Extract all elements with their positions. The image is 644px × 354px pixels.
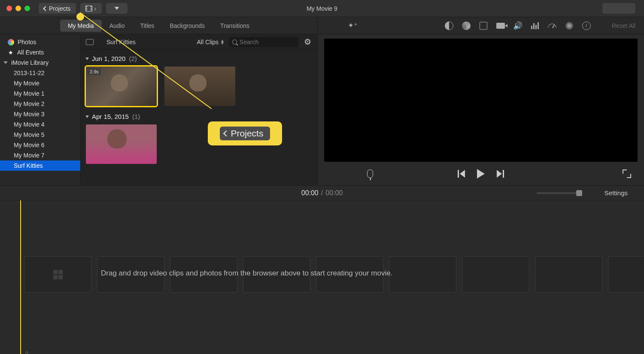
current-time: 00:00 [301,189,319,197]
tab-transitions[interactable]: Transitions [213,20,257,32]
clip-filter-dropdown[interactable]: All Clips ▲▼ [197,39,225,45]
clips-list[interactable]: Jun 1, 2020 (2) 2.9s [81,50,317,185]
clip-slot[interactable] [535,256,602,293]
sidebar-event[interactable]: My Movie [0,78,80,88]
gear-icon[interactable]: ⚙ [303,37,312,47]
color-correction-icon[interactable] [462,21,471,30]
timeline-hint: Drag and drop video clips and photos fro… [101,269,392,278]
sidebar-toggle-icon[interactable] [86,39,94,45]
disclosure-triangle-icon[interactable] [85,115,89,118]
sidebar-event[interactable]: My Movie 4 [0,119,80,130]
filmstrip-icon [85,6,93,12]
search-icon [232,39,237,45]
adjust-toolbar: ✦⁺ 🔊 i Reset All [318,17,644,34]
sidebar-all-events[interactable]: ★ All Events [0,47,80,57]
share-button[interactable] [602,3,635,14]
disclosure-triangle-icon[interactable] [3,61,8,64]
tab-titles[interactable]: Titles [132,20,162,32]
media-view-button[interactable]: ♪ [80,3,102,14]
timeline-header: 00:00 / 00:00 Settings [0,186,644,200]
color-balance-icon[interactable] [444,21,454,30]
import-button[interactable] [106,3,128,14]
voiceover-button[interactable] [367,169,373,178]
sidebar-event[interactable]: My Movie 3 [0,109,80,119]
chevron-left-icon [43,6,48,11]
breadcrumb: Surf Kitties [106,39,193,45]
clip-duration: 2.9s [88,68,101,75]
clip-slot[interactable] [389,256,456,293]
updown-icon: ▲▼ [220,39,225,45]
playback-controls [318,162,644,185]
projects-back-button[interactable]: Projects [39,3,76,14]
fullscreen-button[interactable] [623,169,631,178]
group-date: Jun 1, 2020 [92,55,125,62]
minimize-window[interactable] [15,6,21,11]
info-icon[interactable]: i [582,21,591,30]
preview-canvas[interactable] [324,39,638,162]
zoom-window[interactable] [24,6,30,11]
download-arrow-icon [115,7,119,10]
speed-icon[interactable] [547,21,557,30]
sidebar-event[interactable]: 2013-11-22 [0,68,80,78]
browser-tabs: My Media Audio Titles Backgrounds Transi… [0,17,317,34]
date-group-header[interactable]: Apr 15, 2015 (1) [86,113,312,120]
play-button[interactable] [477,169,485,179]
star-icon: ★ [8,49,14,55]
magic-wand-icon[interactable]: ✦⁺ [348,21,358,30]
total-time: 00:00 [325,189,343,197]
library-sidebar: Photos ★ All Events iMovie Library 2013-… [0,34,81,185]
sidebar-event[interactable]: My Movie 6 [0,140,80,150]
tab-my-media[interactable]: My Media [60,20,102,32]
clips-header: Surf Kitties All Clips ▲▼ ⚙ [81,34,317,50]
sidebar-imovie-library[interactable]: iMovie Library [0,57,80,68]
date-group-header[interactable]: Jun 1, 2020 (2) [86,55,312,62]
audio-icon[interactable]: 🔊 [513,21,522,30]
music-note-icon: ♪ [94,6,97,11]
clip-slot[interactable] [24,256,91,293]
clip-thumbnail[interactable] [164,67,235,106]
slider-thumb[interactable] [576,190,582,196]
search-input[interactable] [240,39,295,45]
playhead[interactable] [20,200,21,354]
music-track-icon[interactable]: ♫ [24,349,33,354]
window-title: My Movie 9 [307,5,337,12]
clip-slot[interactable] [608,256,644,293]
sidebar-event[interactable]: My Movie 5 [0,130,80,140]
photos-icon [8,39,14,45]
reset-all-button[interactable]: Reset All [612,22,635,29]
window-titlebar: Projects ♪ My Movie 9 [0,0,644,17]
disclosure-triangle-icon[interactable] [85,57,89,60]
sidebar-photos[interactable]: Photos [0,37,80,47]
group-count: (2) [129,55,137,62]
sidebar-event[interactable]: My Movie 2 [0,99,80,109]
close-window[interactable] [6,6,12,11]
filter-icon[interactable] [565,21,574,30]
sidebar-event[interactable]: Surf Kitties [0,160,80,171]
next-button[interactable] [497,170,504,178]
crop-icon[interactable] [479,21,488,30]
timecode: 00:00 / 00:00 [301,189,343,197]
clip-thumbnail[interactable]: 2.9s [86,67,157,106]
equalizer-icon[interactable] [530,21,540,30]
timeline-body[interactable]: Drag and drop video clips and photos fro… [0,200,644,354]
group-date: Apr 15, 2015 [92,113,129,120]
sidebar-event[interactable]: My Movie 1 [0,88,80,99]
zoom-slider[interactable] [537,192,580,194]
previous-button[interactable] [458,170,465,178]
clip-thumbnail[interactable] [86,124,157,164]
projects-label: Projects [49,5,71,12]
timeline-settings-button[interactable]: Settings [605,189,628,197]
timeline-pane: 00:00 / 00:00 Settings Drag and drop vid… [0,185,644,354]
search-field[interactable] [229,37,298,47]
media-browser: My Media Audio Titles Backgrounds Transi… [0,17,318,185]
viewer-pane: ✦⁺ 🔊 i Reset All [318,17,644,185]
traffic-lights [6,6,30,11]
tab-audio[interactable]: Audio [102,20,133,32]
sidebar-event[interactable]: My Movie 7 [0,150,80,160]
clip-slot[interactable] [462,256,529,293]
group-count: (1) [132,113,140,120]
tab-backgrounds[interactable]: Backgrounds [162,20,213,32]
stabilize-icon[interactable] [496,21,505,30]
